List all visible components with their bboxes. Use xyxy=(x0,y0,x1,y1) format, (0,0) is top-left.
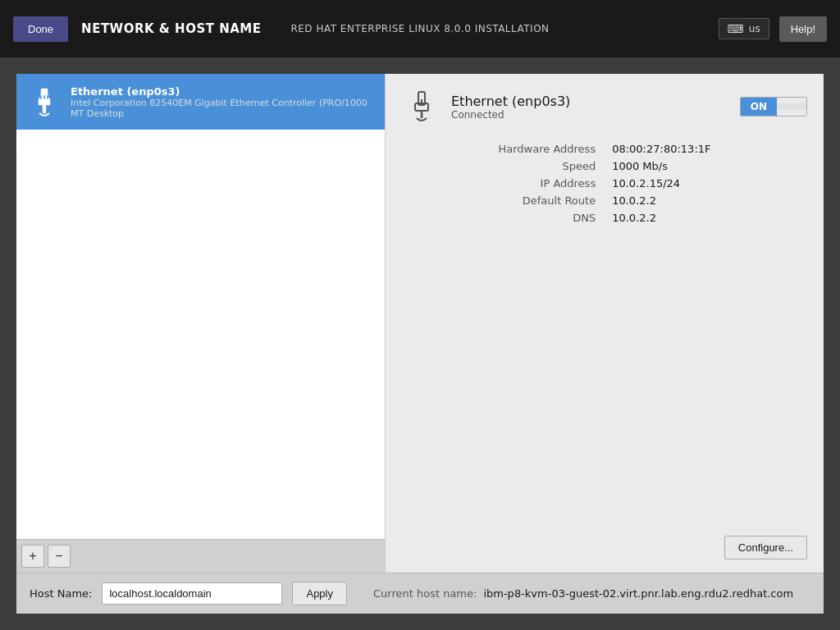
help-button[interactable]: Help! xyxy=(779,16,827,42)
current-hostname-section: Current host name: ibm-p8-kvm-03-guest-0… xyxy=(373,587,793,600)
toggle-off-area xyxy=(777,103,806,110)
keyboard-indicator[interactable]: ⌨ us xyxy=(719,18,769,39)
dns-value: 10.0.2.2 xyxy=(612,212,807,224)
remove-network-button[interactable]: − xyxy=(48,545,71,568)
network-list: Ethernet (enp0s3) Intel Corporation 8254… xyxy=(16,74,385,539)
ethernet-detail-icon xyxy=(402,87,441,126)
speed-value: 1000 Mb/s xyxy=(612,160,807,172)
network-details: Hardware Address 08:00:27:80:13:1F Speed… xyxy=(402,143,807,224)
svg-rect-10 xyxy=(424,99,426,104)
device-name-area: Ethernet (enp0s3) Connected xyxy=(451,94,570,121)
add-network-button[interactable]: + xyxy=(21,545,44,568)
network-item-info: Ethernet (enp0s3) Intel Corporation 8254… xyxy=(71,85,375,119)
toggle-switch[interactable]: ON xyxy=(740,97,807,116)
device-header: Ethernet (enp0s3) Connected ON xyxy=(402,87,807,126)
apply-button[interactable]: Apply xyxy=(292,582,347,605)
header-right: ⌨ us Help! xyxy=(719,16,827,42)
svg-rect-9 xyxy=(421,99,422,104)
svg-rect-3 xyxy=(43,95,45,99)
list-controls: + − xyxy=(16,539,385,573)
keyboard-locale: us xyxy=(749,23,760,34)
hostname-input[interactable] xyxy=(102,582,282,605)
right-panel: Ethernet (enp0s3) Connected ON Hardware … xyxy=(386,74,824,573)
left-panel: Ethernet (enp0s3) Intel Corporation 8254… xyxy=(16,74,386,573)
ethernet-list-icon xyxy=(26,82,62,121)
network-item-name: Ethernet (enp0s3) xyxy=(71,85,375,98)
svg-rect-8 xyxy=(418,99,419,104)
device-title-area: Ethernet (enp0s3) Connected xyxy=(402,87,570,126)
network-item-desc: Intel Corporation 82540EM Gigabit Ethern… xyxy=(71,98,375,119)
current-hostname-value: ibm-p8-kvm-03-guest-02.virt.pnr.lab.eng.… xyxy=(483,587,793,600)
hardware-address-label: Hardware Address xyxy=(402,143,596,155)
svg-rect-5 xyxy=(43,105,46,113)
bottom-bar: Host Name: Apply Current host name: ibm-… xyxy=(16,573,824,614)
device-status: Connected xyxy=(451,109,570,121)
hostname-label: Host Name: xyxy=(30,587,92,600)
done-button[interactable]: Done xyxy=(13,16,68,42)
default-route-label: Default Route xyxy=(402,194,596,207)
current-hostname-label: Current host name: xyxy=(373,587,477,600)
content-body: Ethernet (enp0s3) Intel Corporation 8254… xyxy=(16,74,824,573)
network-list-item[interactable]: Ethernet (enp0s3) Intel Corporation 8254… xyxy=(16,74,385,130)
speed-label: Speed xyxy=(402,160,596,172)
hardware-address-value: 08:00:27:80:13:1F xyxy=(612,143,807,155)
toggle-on-label: ON xyxy=(741,98,777,116)
header: Done NETWORK & HOST NAME RED HAT ENTERPR… xyxy=(0,0,840,57)
installation-title: RED HAT ENTERPRISE LINUX 8.0.0 INSTALLAT… xyxy=(290,23,549,34)
default-route-value: 10.0.2.2 xyxy=(612,194,807,207)
main-content: Ethernet (enp0s3) Intel Corporation 8254… xyxy=(16,74,824,614)
svg-rect-2 xyxy=(40,95,42,99)
keyboard-icon: ⌨ xyxy=(728,22,744,35)
dns-label: DNS xyxy=(402,212,596,224)
device-name: Ethernet (enp0s3) xyxy=(451,94,570,109)
ip-address-value: 10.0.2.15/24 xyxy=(612,177,807,189)
svg-rect-4 xyxy=(47,95,48,99)
header-left: Done NETWORK & HOST NAME xyxy=(13,16,262,42)
right-panel-bottom: Configure... xyxy=(402,529,807,559)
configure-button[interactable]: Configure... xyxy=(724,536,807,559)
ip-address-label: IP Address xyxy=(402,177,596,189)
page-title: NETWORK & HOST NAME xyxy=(81,21,261,36)
